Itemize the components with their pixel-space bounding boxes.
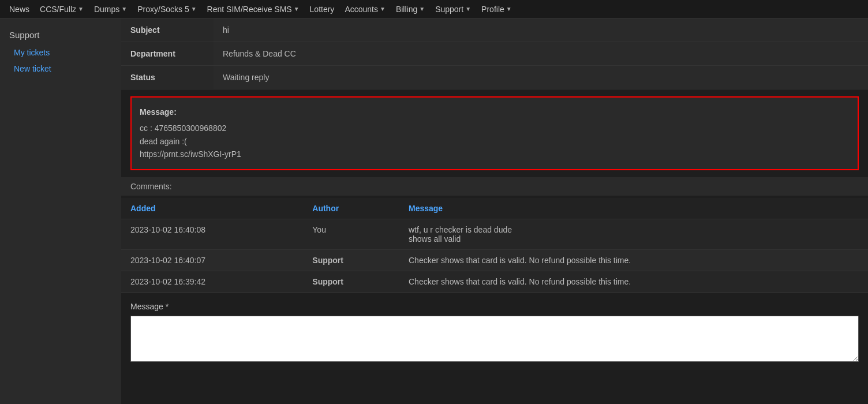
nav-label: Support xyxy=(435,5,463,14)
col-author: Author xyxy=(303,198,399,219)
table-row: 2023-10-02 16:39:42SupportChecker shows … xyxy=(121,271,868,292)
comments-table: Added Author Message 2023-10-02 16:40:08… xyxy=(121,198,868,293)
message-line1: cc : 4765850300968802 xyxy=(140,122,850,134)
sidebar-title: Support xyxy=(0,25,121,44)
nav-label: Billing xyxy=(396,5,417,14)
reply-section: Message * xyxy=(121,293,868,373)
department-value: Refunds & Dead CC xyxy=(214,42,868,66)
message-line3: https://prnt.sc/iwShXGI-yrP1 xyxy=(140,148,850,160)
nav-item-support[interactable]: Support▼ xyxy=(431,2,476,16)
nav-label: Accounts xyxy=(345,5,378,14)
col-message: Message xyxy=(399,198,868,219)
comment-added: 2023-10-02 16:40:07 xyxy=(121,249,303,271)
reply-label: Message * xyxy=(130,302,859,311)
chevron-down-icon: ▼ xyxy=(121,6,127,12)
col-added: Added xyxy=(121,198,303,219)
chevron-down-icon: ▼ xyxy=(419,6,425,12)
nav-label: Profile xyxy=(481,5,504,14)
status-value: Waiting reply xyxy=(214,66,868,89)
nav-item-rent-sim-receive-sms[interactable]: Rent SIM/Receive SMS▼ xyxy=(203,2,304,16)
chevron-down-icon: ▼ xyxy=(78,6,84,12)
nav-label: Rent SIM/Receive SMS xyxy=(207,5,292,14)
comment-added: 2023-10-02 16:40:08 xyxy=(121,219,303,249)
ticket-department-row: Department Refunds & Dead CC xyxy=(121,42,868,66)
status-label: Status xyxy=(121,66,214,89)
page-layout: Support My tickets New ticket Subject hi… xyxy=(0,18,868,404)
nav-item-dumps[interactable]: Dumps▼ xyxy=(89,2,132,16)
reply-textarea[interactable] xyxy=(130,316,859,362)
nav-label: Lottery xyxy=(310,5,335,14)
ticket-subject-row: Subject hi xyxy=(121,18,868,42)
comments-header-row: Added Author Message xyxy=(121,198,868,219)
sidebar-link-my-tickets[interactable]: My tickets xyxy=(0,44,121,61)
nav-item-proxy-socks--[interactable]: Proxy/Socks 5▼ xyxy=(133,2,201,16)
comment-message: Checker shows that card is valid. No ref… xyxy=(399,249,868,271)
comment-author: You xyxy=(303,219,399,249)
nav-label: Dumps xyxy=(94,5,119,14)
nav-item-profile[interactable]: Profile▼ xyxy=(477,2,517,16)
comment-message: wtf, u r checker is dead dudeshows all v… xyxy=(399,219,868,249)
sidebar: Support My tickets New ticket xyxy=(0,18,121,404)
message-box: Message: cc : 4765850300968802 dead agai… xyxy=(130,96,859,170)
nav-item-ccs-fullz[interactable]: CCS/Fullz▼ xyxy=(35,2,88,16)
chevron-down-icon: ▼ xyxy=(191,6,197,12)
nav-item-lottery[interactable]: Lottery xyxy=(305,2,339,16)
comment-message: Checker shows that card is valid. No ref… xyxy=(399,271,868,292)
nav-label: Proxy/Socks 5 xyxy=(137,5,189,14)
message-box-label: Message: xyxy=(140,106,850,118)
sidebar-link-new-ticket[interactable]: New ticket xyxy=(0,61,121,77)
comment-author: Support xyxy=(303,271,399,292)
nav-item-billing[interactable]: Billing▼ xyxy=(391,2,429,16)
table-row: 2023-10-02 16:40:07SupportChecker shows … xyxy=(121,249,868,271)
message-line2: dead again :( xyxy=(140,135,850,148)
chevron-down-icon: ▼ xyxy=(506,6,512,12)
ticket-status-row: Status Waiting reply xyxy=(121,66,868,89)
chevron-down-icon: ▼ xyxy=(380,6,386,12)
nav-label: CCS/Fullz xyxy=(40,5,76,14)
nav-item-news[interactable]: News xyxy=(5,2,34,16)
comment-added: 2023-10-02 16:39:42 xyxy=(121,271,303,292)
chevron-down-icon: ▼ xyxy=(294,6,300,12)
nav-label: News xyxy=(9,5,29,14)
subject-label: Subject xyxy=(121,18,214,42)
comment-author: Support xyxy=(303,249,399,271)
main-content: Subject hi Department Refunds & Dead CC … xyxy=(121,18,868,404)
department-label: Department xyxy=(121,42,214,66)
chevron-down-icon: ▼ xyxy=(465,6,471,12)
ticket-info-table: Subject hi Department Refunds & Dead CC … xyxy=(121,18,868,89)
table-row: 2023-10-02 16:40:08Youwtf, u r checker i… xyxy=(121,219,868,249)
comments-label: Comments: xyxy=(121,177,868,196)
main-nav: NewsCCS/Fullz▼Dumps▼Proxy/Socks 5▼Rent S… xyxy=(0,0,868,18)
nav-item-accounts[interactable]: Accounts▼ xyxy=(340,2,390,16)
subject-value: hi xyxy=(214,18,868,42)
